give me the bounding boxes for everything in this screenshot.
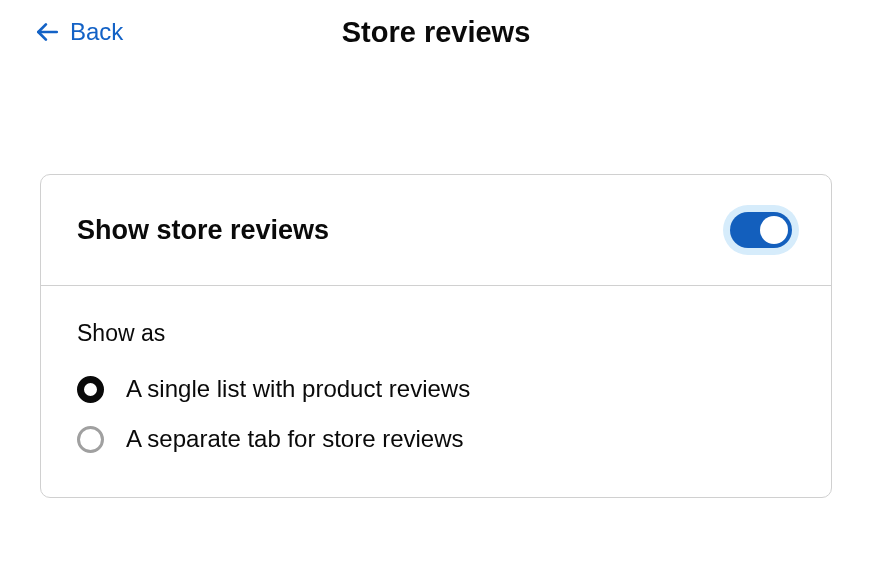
radio-label: A single list with product reviews (126, 375, 470, 403)
card-title: Show store reviews (77, 215, 329, 246)
settings-card: Show store reviews Show as A single list… (40, 174, 832, 498)
page-header: Back Store reviews (0, 0, 872, 64)
radio-option-separate-tab[interactable]: A separate tab for store reviews (77, 425, 795, 453)
radio-option-single-list[interactable]: A single list with product reviews (77, 375, 795, 403)
radio-icon-unselected (77, 426, 104, 453)
section-label: Show as (77, 320, 795, 347)
page-title: Store reviews (342, 16, 531, 49)
back-button[interactable]: Back (34, 18, 123, 46)
radio-icon-selected (77, 376, 104, 403)
radio-label: A separate tab for store reviews (126, 425, 464, 453)
arrow-left-icon (34, 19, 60, 45)
back-label: Back (70, 18, 123, 46)
radio-group: A single list with product reviews A sep… (77, 375, 795, 453)
toggle-knob (760, 216, 788, 244)
card-header: Show store reviews (41, 175, 831, 286)
show-reviews-toggle[interactable] (723, 205, 799, 255)
card-body: Show as A single list with product revie… (41, 286, 831, 497)
